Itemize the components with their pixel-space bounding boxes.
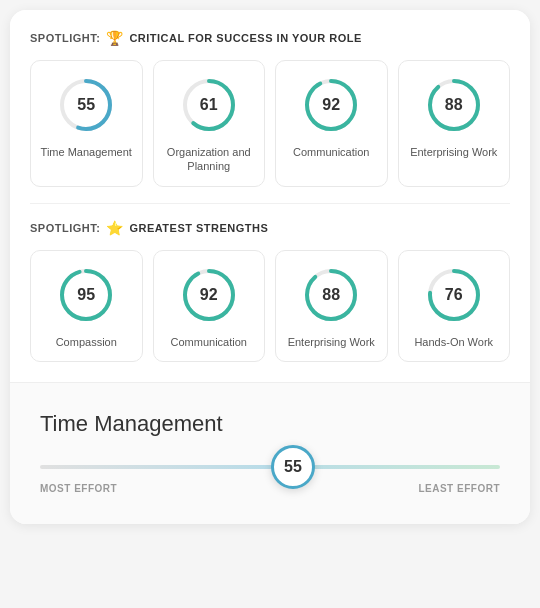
score-card: 88 Enterprising Work [275,250,388,362]
spotlight-strengths-section: SPOTLIGHT: ⭐ GREATEST STRENGTHS 95 Compa… [10,204,530,382]
slider-title: Time Management [40,411,500,437]
slider-left-label: MOST EFFORT [40,483,117,494]
card-label: Time Management [41,145,132,159]
score-card: 61 Organization and Planning [153,60,266,187]
slider-thumb[interactable]: 55 [271,445,315,489]
circle-score: 55 [77,96,95,114]
star-icon: ⭐ [106,220,123,236]
score-card: 88 Enterprising Work [398,60,511,187]
card-label: Communication [293,145,369,159]
score-card: 76 Hands-On Work [398,250,511,362]
circle-container: 88 [301,265,361,325]
spotlight-header-2: SPOTLIGHT: ⭐ GREATEST STRENGTHS [30,220,510,236]
slider-section: Time Management 55 MOST EFFORT LEAST EFF… [10,382,530,524]
score-card: 92 Communication [275,60,388,187]
circle-container: 55 [56,75,116,135]
card-label: Communication [171,335,247,349]
spotlight-label-2: SPOTLIGHT: [30,222,100,234]
spotlight-label-1: SPOTLIGHT: [30,32,100,44]
spotlight-title-2: GREATEST STRENGTHS [129,222,268,234]
circle-container: 92 [301,75,361,135]
circle-score: 92 [200,286,218,304]
slider-track-container[interactable]: 55 [40,465,500,469]
circle-score: 76 [445,286,463,304]
circle-container: 61 [179,75,239,135]
score-card: 92 Communication [153,250,266,362]
card-label: Hands-On Work [414,335,493,349]
circle-container: 76 [424,265,484,325]
score-card: 55 Time Management [30,60,143,187]
slider-track [40,465,500,469]
circle-score: 61 [200,96,218,114]
circle-score: 88 [322,286,340,304]
circle-container: 88 [424,75,484,135]
score-card: 95 Compassion [30,250,143,362]
slider-right-label: LEAST EFFORT [418,483,500,494]
circle-score: 88 [445,96,463,114]
page-container: SPOTLIGHT: 🏆 CRITICAL FOR SUCCESS IN YOU… [10,10,530,524]
circle-container: 95 [56,265,116,325]
trophy-icon: 🏆 [106,30,123,46]
card-label: Organization and Planning [162,145,257,174]
critical-cards-row: 55 Time Management 61 Organization and P… [30,60,510,187]
card-label: Enterprising Work [410,145,497,159]
card-label: Compassion [56,335,117,349]
card-label: Enterprising Work [288,335,375,349]
strengths-cards-row: 95 Compassion 92 Communication 88 Enterp… [30,250,510,362]
spotlight-critical-section: SPOTLIGHT: 🏆 CRITICAL FOR SUCCESS IN YOU… [10,10,530,203]
slider-labels: MOST EFFORT LEAST EFFORT [40,483,500,494]
circle-container: 92 [179,265,239,325]
spotlight-title-1: CRITICAL FOR SUCCESS IN YOUR ROLE [129,32,361,44]
circle-score: 95 [77,286,95,304]
circle-score: 92 [322,96,340,114]
spotlight-header-1: SPOTLIGHT: 🏆 CRITICAL FOR SUCCESS IN YOU… [30,30,510,46]
